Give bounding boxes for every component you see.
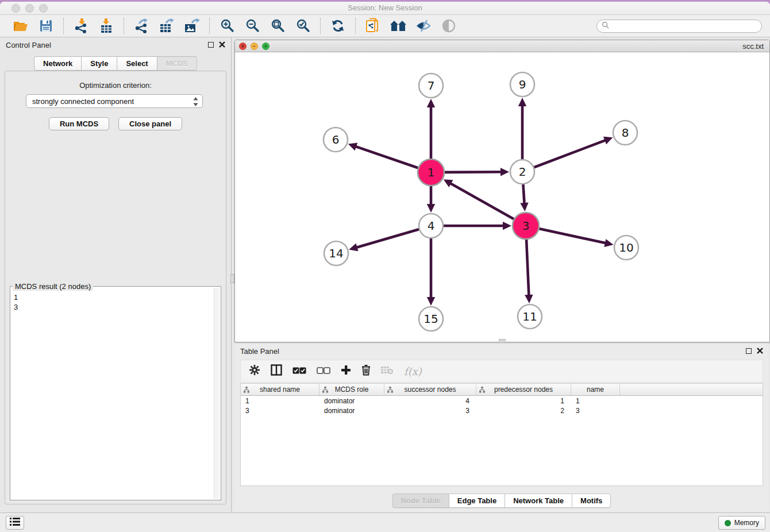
- status-bar: Memory: [0, 512, 770, 532]
- optimization-criterion-label: Optimization criterion:: [5, 81, 226, 90]
- table-settings-button[interactable]: [249, 364, 260, 378]
- import-table-button[interactable]: [96, 17, 117, 35]
- result-scrollbar[interactable]: [214, 288, 220, 499]
- column-type-icon: [322, 387, 328, 395]
- create-column-button[interactable]: [341, 365, 351, 377]
- float-table-panel-icon[interactable]: [746, 348, 752, 354]
- edge-arrowhead: [427, 99, 435, 107]
- graph-node-11[interactable]: 11: [518, 304, 542, 329]
- run-mcds-button[interactable]: Run MCDS: [49, 117, 109, 130]
- table-cell[interactable]: 1: [571, 397, 620, 405]
- table-cell[interactable]: 3: [384, 407, 476, 415]
- mcds-result-title: MCDS result (2 nodes): [13, 282, 93, 291]
- table-row[interactable]: 3dominator323: [241, 406, 763, 415]
- graph-node-14[interactable]: 14: [324, 241, 348, 265]
- search-icon: [602, 21, 609, 31]
- table-row[interactable]: 1dominator411: [241, 396, 763, 406]
- node-table[interactable]: shared nameMCDS rolesuccessor nodesprede…: [240, 383, 763, 486]
- graph-node-7[interactable]: 7: [419, 74, 443, 98]
- show-all-button[interactable]: [438, 17, 459, 35]
- graph-node-1[interactable]: 1: [418, 159, 444, 186]
- tab-network-table[interactable]: Network Table: [505, 494, 572, 508]
- float-panel-icon[interactable]: [208, 42, 214, 48]
- column-header-name[interactable]: name: [571, 384, 620, 395]
- tab-network[interactable]: Network: [34, 56, 81, 71]
- memory-button[interactable]: Memory: [718, 516, 765, 530]
- control-panel-tabs: NetworkStyleSelectMCDS: [0, 56, 231, 71]
- network-graph[interactable]: 7968124314101511: [235, 52, 769, 342]
- node-label: 9: [519, 78, 526, 91]
- graph-node-10[interactable]: 10: [614, 236, 638, 260]
- zoom-in-button[interactable]: [217, 17, 237, 35]
- hide-selected-button[interactable]: [413, 17, 434, 35]
- graph-node-2[interactable]: 2: [510, 160, 534, 184]
- table-cell[interactable]: 3: [241, 407, 319, 415]
- table-cell[interactable]: 1: [241, 397, 319, 405]
- network-canvas[interactable]: 7968124314101511: [235, 52, 769, 342]
- edge-arrowhead: [427, 297, 435, 306]
- graph-node-4[interactable]: 4: [419, 214, 443, 238]
- table-cell[interactable]: 3: [571, 407, 620, 415]
- delete-table-button-disabled: [381, 365, 394, 377]
- column-header-shared-name[interactable]: shared name: [241, 384, 319, 395]
- zoom-fit-button[interactable]: [267, 17, 288, 35]
- search-input[interactable]: [612, 22, 757, 30]
- column-header-successor-nodes[interactable]: successor nodes: [384, 384, 476, 395]
- table-cell[interactable]: 4: [384, 397, 476, 405]
- table-header-row[interactable]: shared nameMCDS rolesuccessor nodesprede…: [241, 384, 763, 396]
- graph-node-6[interactable]: 6: [324, 128, 348, 152]
- unselect-all-columns-button[interactable]: [317, 366, 330, 376]
- graph-node-15[interactable]: 15: [419, 307, 443, 331]
- export-network-button[interactable]: [131, 17, 152, 35]
- task-history-button[interactable]: [6, 516, 24, 530]
- column-type-icon: [479, 387, 485, 395]
- node-label: 4: [428, 219, 435, 233]
- tab-select[interactable]: Select: [117, 56, 156, 71]
- export-table-icon: [159, 18, 174, 33]
- tab-node-table[interactable]: Node Table: [392, 494, 449, 508]
- column-header-predecessor-nodes[interactable]: predecessor nodes: [476, 384, 571, 395]
- save-session-button[interactable]: [36, 17, 56, 35]
- network-window-titlebar[interactable]: × − + scc.txt: [235, 40, 769, 52]
- edge-2-8[interactable]: [522, 140, 606, 172]
- new-network-from-selection-button[interactable]: [363, 17, 383, 35]
- table-cell[interactable]: 2: [476, 407, 571, 415]
- table-cell[interactable]: dominator: [319, 397, 384, 405]
- table-tabs: Node TableEdge TableNetwork TableMotifs: [234, 494, 769, 508]
- refresh-button[interactable]: [328, 17, 348, 35]
- first-neighbors-button[interactable]: [388, 17, 409, 35]
- zoom-selected-button[interactable]: [292, 17, 313, 35]
- close-panel-icon[interactable]: [219, 40, 225, 50]
- tab-mcds[interactable]: MCDS: [157, 56, 197, 71]
- column-header-MCDS-role[interactable]: MCDS role: [319, 384, 384, 395]
- graph-node-8[interactable]: 8: [613, 121, 637, 145]
- search-field[interactable]: [596, 20, 762, 33]
- mcds-result-list[interactable]: 1 3: [14, 292, 214, 499]
- graph-node-3[interactable]: 3: [513, 213, 539, 239]
- panel-divider-grip[interactable]: [230, 274, 234, 283]
- table-cell[interactable]: dominator: [319, 407, 384, 415]
- table-cell[interactable]: 1: [476, 397, 571, 405]
- export-table-button[interactable]: [156, 17, 177, 35]
- canvas-scrollbar-grip[interactable]: [499, 339, 506, 343]
- node-label: 2: [519, 165, 526, 179]
- criterion-select[interactable]: strongly connected component: [26, 94, 203, 108]
- import-network-button[interactable]: [71, 17, 91, 35]
- tab-motifs[interactable]: Motifs: [572, 494, 611, 508]
- export-image-icon: [184, 18, 200, 33]
- close-panel-button[interactable]: Close panel: [118, 117, 182, 130]
- tab-style[interactable]: Style: [81, 56, 117, 71]
- unchecked-boxes-icon: [317, 366, 330, 376]
- export-image-button[interactable]: [182, 17, 202, 35]
- zoom-out-button[interactable]: [242, 17, 263, 35]
- tab-edge-table[interactable]: Edge Table: [449, 494, 505, 508]
- delete-column-button[interactable]: [361, 364, 371, 378]
- close-table-panel-icon[interactable]: [757, 346, 763, 356]
- show-column-button[interactable]: [271, 364, 282, 378]
- edge-arrowhead: [525, 295, 533, 303]
- graph-node-9[interactable]: 9: [510, 72, 534, 97]
- open-session-button[interactable]: [10, 17, 31, 35]
- zoom-selected-icon: [295, 18, 310, 33]
- select-all-columns-button[interactable]: [292, 366, 306, 376]
- trash-icon: [361, 364, 371, 378]
